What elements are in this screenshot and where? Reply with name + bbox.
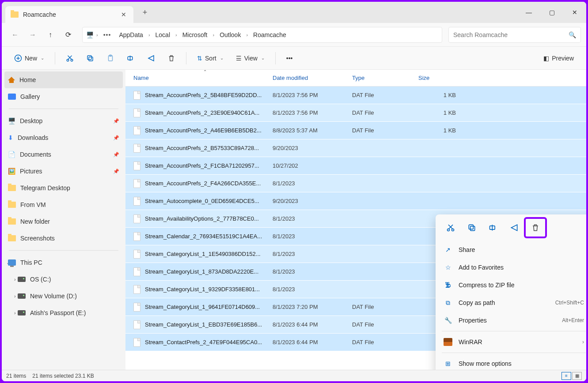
drive-icon [18,277,26,282]
winrar-icon [444,338,452,346]
file-row[interactable]: Stream_AccountPrefs_2_B57533C89A728... 9… [125,139,586,157]
chevron-right-icon[interactable]: › [148,32,150,38]
zip-icon: 🗜 [444,281,452,289]
back-button[interactable]: ← [7,27,23,43]
breadcrumb-seg[interactable]: Outlook [217,30,243,40]
path-overflow[interactable]: ••• [101,30,114,40]
file-date: 8/8/2023 5:37 AM [273,127,352,134]
search-box[interactable]: 🔍 [448,27,581,43]
col-type-header[interactable]: Type [352,75,418,81]
more-button[interactable]: ••• [282,50,297,66]
col-size-header[interactable]: Size [418,75,456,81]
ctx-rename-button[interactable] [483,219,503,237]
path-icon: ⧉ [444,298,452,307]
copy-button[interactable] [82,50,99,66]
sidebar-downloads[interactable]: ⬇Downloads📌 [2,129,125,146]
pin-icon: 📌 [113,118,119,124]
ctx-share-button[interactable] [505,219,524,237]
ctx-favorites-item[interactable]: ☆Add to Favorites [438,259,586,276]
breadcrumb-seg[interactable]: Microsoft [180,30,210,40]
file-icon [133,285,140,294]
file-name: Stream_Calendar_2_76934E51519C1A4EA... [145,233,273,240]
file-icon [133,197,140,206]
file-date: 8/1/2023 7:56 PM [273,92,352,98]
sidebar-pictures[interactable]: 🖼️Pictures📌 [2,163,125,180]
ctx-winrar-item[interactable]: WinRAR› [438,333,586,351]
file-type: DAT File [352,109,418,116]
file-date: 8/1/2023 7:56 PM [273,109,352,116]
chevron-right-icon[interactable]: › [96,32,98,38]
file-name: Stream_CategoryList_1_EBD37E69E185B6... [145,321,273,328]
ctx-more-item[interactable]: ⊞Show more options [438,355,586,370]
file-row[interactable]: Stream_Autocomplete_0_0ED659E4DCE5... 9/… [125,192,586,210]
sidebar-telegram[interactable]: Telegram Desktop [2,180,125,196]
breadcrumb-seg[interactable]: AppData [116,30,145,40]
ctx-properties-item[interactable]: 🔧PropertiesAlt+Enter [438,312,586,329]
file-row[interactable]: Stream_AccountPrefs_2_F1CBA71202957... 1… [125,157,586,175]
view-button[interactable]: ☰View⌄ [231,50,269,66]
sidebar-drive-c[interactable]: ›OS (C:) [2,271,125,288]
sidebar-newfolder[interactable]: New folder [2,213,125,230]
details-view-button[interactable]: ≡ [561,372,571,380]
delete-button[interactable] [163,50,180,66]
wrench-icon: 🔧 [444,316,452,325]
address-bar[interactable]: 🖥️ › ••• AppData › Local › Microsoft › O… [82,27,442,43]
sidebar-documents[interactable]: 📄Documents📌 [2,146,125,163]
chevron-right-icon[interactable]: › [246,32,248,38]
forward-button[interactable]: → [25,27,41,43]
file-row[interactable]: Stream_AccountPrefs_2_F4A266CDA355E... 8… [125,175,586,192]
file-icon [133,320,140,329]
file-row[interactable]: Stream_AccountPrefs_2_5B48BFE59D2DD... 8… [125,86,586,104]
folder-icon [8,185,16,191]
col-date-header[interactable]: Date modified [273,75,352,81]
search-input[interactable] [453,31,569,38]
file-name: Stream_CategoryList_1_9641FE0714D609... [145,304,273,310]
chevron-right-icon[interactable]: › [14,293,16,299]
file-row[interactable]: Stream_AccountPrefs_2_A46E9B6EB5DB2... 8… [125,122,586,139]
sidebar-gallery[interactable]: Gallery [2,88,125,105]
sidebar-home[interactable]: Home [4,71,123,88]
col-name-header[interactable]: ⌃Name [133,75,273,81]
ctx-copy-button[interactable] [462,219,482,237]
refresh-button[interactable]: ⟳ [60,27,76,43]
sidebar: Home Gallery 🖥️Desktop📌 ⬇Downloads📌 📄Doc… [2,70,125,370]
cut-button[interactable] [61,50,78,66]
new-button[interactable]: New⌄ [10,50,49,66]
pin-icon: 📌 [113,169,119,174]
file-date: 8/1/2023 6:44 PM [273,339,352,345]
ctx-compress-item[interactable]: 🗜Compress to ZIP file [438,276,586,294]
paste-button[interactable] [102,50,119,66]
minimize-button[interactable]: — [517,4,540,21]
sidebar-fromvm[interactable]: From VM [2,196,125,213]
ctx-cut-button[interactable] [441,219,460,237]
active-tab[interactable]: Roamcache ✕ [5,6,133,23]
chevron-right-icon[interactable]: › [175,32,177,38]
maximize-button[interactable]: ▢ [540,4,563,21]
breadcrumb-seg[interactable]: Local [153,30,173,40]
chevron-right-icon[interactable]: › [212,32,214,38]
breadcrumb-seg[interactable]: Roamcache [250,30,289,40]
svg-rect-18 [469,225,473,229]
sidebar-drive-d[interactable]: ›New Volume (D:) [2,288,125,304]
sidebar-screenshots[interactable]: Screenshots [2,230,125,247]
sidebar-drive-e[interactable]: ›Atish's Passport (E:) [2,304,125,321]
rename-button[interactable] [122,50,139,66]
close-tab-button[interactable]: ✕ [119,9,128,20]
chevron-right-icon[interactable]: › [14,277,16,282]
icons-view-button[interactable]: ▦ [572,372,582,380]
share-button[interactable] [143,50,159,66]
ctx-copypath-item[interactable]: ⧉Copy as pathCtrl+Shift+C [438,294,586,312]
file-date: 8/1/2023 [273,180,352,187]
ctx-share-item[interactable]: ↗Share [438,241,586,259]
ctx-delete-button[interactable] [526,219,545,237]
new-tab-button[interactable]: + [138,5,152,19]
preview-button[interactable]: ◧Preview [539,50,578,66]
chevron-right-icon[interactable]: › [14,310,16,315]
close-window-button[interactable]: ✕ [563,4,586,21]
folder-icon [11,11,19,18]
file-row[interactable]: Stream_AccountPrefs_2_23E90E940C61A... 8… [125,104,586,122]
sidebar-desktop[interactable]: 🖥️Desktop📌 [2,113,125,129]
up-button[interactable]: ↑ [42,27,58,43]
sort-button[interactable]: ⇅Sort⌄ [193,50,228,66]
sidebar-thispc[interactable]: ⌄This PC [2,254,125,271]
